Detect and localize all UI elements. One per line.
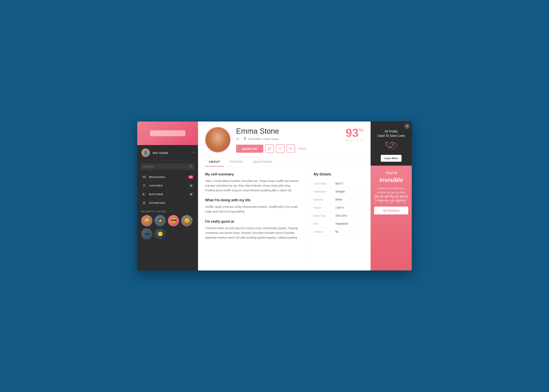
ethnicity-label: Ethnicity [314,198,335,201]
recent-avatar-1[interactable]: 😀 [141,215,153,226]
body-type-value: Size Zero [335,214,347,217]
match-score: 93 % M A T C H [345,127,364,142]
ad-top-line2: Used To Save Lives [377,134,405,137]
good-at-text: Croissant wafer tart jelly liquorice chu… [205,226,301,240]
recent-avatar-3[interactable]: 😎 [168,215,179,226]
tab-questions[interactable]: QUESTIONS [249,157,276,167]
match-percent: % [359,127,364,133]
svg-point-9 [209,128,228,148]
profile-modal: 👤 Ishu Subedi ▾ [137,121,412,271]
messages-label: MESSAGES [149,176,188,179]
sidebar-user-section[interactable]: 👤 Ishu Subedi ▾ [137,145,198,161]
remove-friend-button[interactable] [287,144,295,153]
svg-point-13 [220,140,223,142]
update-info-button[interactable]: Update Info [236,145,263,153]
recent-avatar-2[interactable]: 🧔 [155,215,166,226]
diet-value: Vegetarian [335,222,348,225]
profile-body: My self-summary Jelly-o candy lollipop b… [198,167,371,271]
main-content: Emma Stone 25 · Scottsdale, United State… [198,121,371,271]
svg-point-14 [216,140,217,142]
svg-point-18 [290,147,291,148]
last-online-label: Last Online [314,182,335,185]
detail-row-body-type: Body Type Size Zero [314,212,365,220]
about-section-3: I'm really good at Croissant wafer tart … [205,219,301,240]
diet-label: Diet [314,222,335,225]
matcher-badge: 6 [189,193,193,196]
about-section-2: What I'm doing with my life Soufflé cand… [205,198,301,214]
sidebar-item-visitors[interactable]: VISITORS 2 [137,181,198,190]
svg-line-1 [191,167,192,168]
match-label: M A T C H [345,139,364,142]
recently-visited-section: RECENTLY VISITED 😀 🧔 😎 😐 🕶️ � [137,207,198,241]
tab-about[interactable]: ABOUT [205,157,224,167]
sidebar-item-messages[interactable]: MESSAGES 12 [137,173,198,181]
ad-bottom: NOW You're invisible Inorder to increase… [371,166,412,271]
svg-line-6 [144,193,145,194]
recent-avatar-4[interactable]: 😐 [181,215,193,226]
orientation-value: Straight [335,190,345,193]
logo [150,130,185,136]
svg-marker-8 [143,202,146,204]
profile-photo [205,127,231,153]
ad-top-line1: All Profits [385,130,398,133]
svg-point-3 [143,184,145,186]
heart-button[interactable] [276,144,284,153]
recently-visited-label: RECENTLY VISITED [141,210,194,213]
search-icon [190,165,193,168]
learn-more-button[interactable]: Learn More [381,155,401,162]
close-button[interactable]: ✕ [404,124,410,129]
star-icon [142,201,146,204]
search-input[interactable] [143,165,190,168]
messages-badge: 12 [188,175,193,179]
thumbs-up-button[interactable] [265,144,274,153]
hearts-icon [374,141,408,152]
svg-point-5 [143,195,144,196]
sidebar-user-avatar: 👤 [141,148,150,157]
ad-invisible-bold: invisible [379,177,403,183]
person-icon [142,184,146,187]
favorites-label: FAVORITES [149,202,193,204]
report-link[interactable]: Report [298,147,306,150]
detail-row-smokes: Smokes No [314,228,365,236]
ethnicity-value: White [335,198,342,201]
envelope-icon [142,176,146,178]
location-icon [244,137,246,141]
last-online-value: April 5 [335,182,343,185]
detail-row-last-online: Last Online April 5 [314,180,365,188]
details-title: My Details [314,172,365,176]
profile-age: 25 [236,137,239,140]
life-text: Soufflé candy croissant candy cheesecake… [205,205,301,214]
scissors-icon [142,193,146,196]
profile-actions: Update Info [236,144,345,153]
matcher-label: MATCHER [149,193,189,196]
sidebar-item-favorites[interactable]: FAVORITES [137,199,198,207]
tab-photos[interactable]: PHOTOS [226,157,247,167]
height-value: 1.68 m [335,206,344,209]
profile-meta: 25 · Scottsdale, United States [236,137,345,141]
svg-rect-17 [268,148,269,150]
detail-row-diet: Diet Vegetarian [314,220,365,228]
good-at-title: I'm really good at [205,219,301,224]
meta-dot-1: · [241,137,242,140]
profile-tabs: ABOUT PHOTOS QUESTIONS [198,157,371,167]
profile-photo-inner [206,128,230,152]
profile-info: Emma Stone 25 · Scottsdale, United State… [236,127,345,153]
go-premium-button[interactable]: Go Premium [374,207,408,214]
svg-point-15 [221,140,222,142]
life-title: What I'm doing with my life [205,198,301,202]
right-panel: ✕ All Profits Used To Save Lives Learn M… [371,121,412,271]
svg-line-7 [144,195,145,196]
smokes-label: Smokes [314,230,335,233]
svg-point-4 [143,193,144,194]
detail-row-height: Height 1.68 m [314,204,365,212]
svg-point-12 [215,140,218,142]
sidebar: 👤 Ishu Subedi ▾ [137,121,198,271]
self-summary-text: Jelly-o candy lollipop bonbon chocolate … [205,179,301,193]
profile-header: Emma Stone 25 · Scottsdale, United State… [198,121,371,157]
search-bar[interactable] [140,163,195,170]
recent-avatars-grid: 😀 🧔 😎 😐 🕶️ 😶 [141,215,194,240]
recent-avatar-5[interactable]: 🕶️ [141,228,153,240]
sidebar-item-matcher[interactable]: MATCHER 6 [137,190,198,199]
ad-top-title: All Profits Used To Save Lives [374,129,408,138]
recent-avatar-6[interactable]: 😶 [155,228,166,240]
